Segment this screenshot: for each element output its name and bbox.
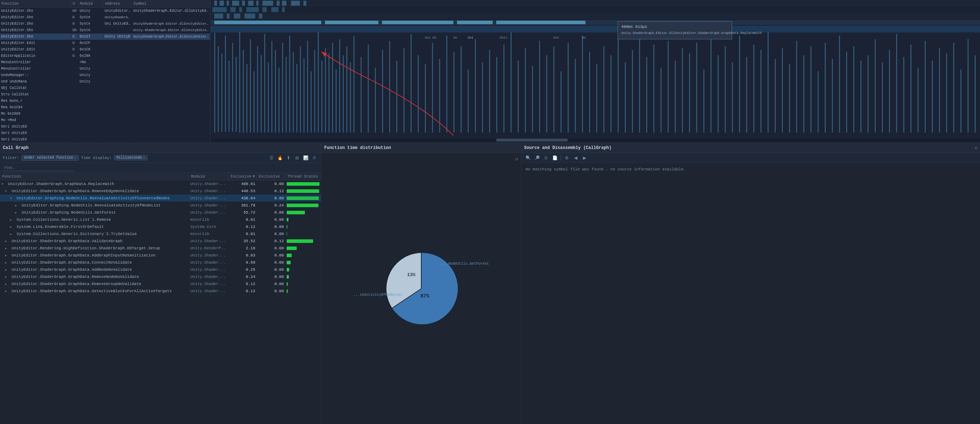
- time-display-dropdown[interactable]: Milliseconds ▼: [114, 155, 148, 160]
- cg-row-8[interactable]: ▶ UnityEditor.ShaderGraph.GraphData.Vali…: [0, 238, 321, 245]
- nav-back-btn[interactable]: ◀: [571, 154, 579, 162]
- cg-row-11[interactable]: ▶ UnityEditor.ShaderGraph.GraphData.Conn…: [0, 259, 321, 266]
- flame-row[interactable]: UnityEditor.ShoUnUnityUnityEditor.Graphi…: [0, 8, 210, 14]
- flame-row[interactable]: UndoManager::Unity: [0, 72, 210, 78]
- flame-row[interactable]: Mo <Mod: [0, 117, 210, 124]
- flame-row[interactable]: Seri UnityEd: [0, 124, 210, 130]
- flame-row[interactable]: Seri UnityEd: [0, 130, 210, 137]
- svg-rect-13: [262, 1, 273, 6]
- svg-rect-150: [882, 62, 883, 133]
- source-title: Source and Disassembly (CallGraph) ⊡: [521, 143, 980, 153]
- cg-row-2-selected[interactable]: ▼ UnityEditor.Graphing.NodeUtils.Reevalu…: [0, 194, 321, 202]
- cg-row-0[interactable]: ▼ UnityEditor.ShaderGraph.GraphData.Repl…: [0, 180, 321, 188]
- filter-label: Filter:: [3, 156, 19, 160]
- flame-row[interactable]: UnityEditor.ShoUSysteUni UnityEditor.Uni…: [0, 21, 210, 27]
- filter-tag[interactable]: Under selected function ✕: [21, 155, 79, 161]
- source-toolbar: 🔍 🔎 ⎘ 📄 ⚙ ◀ ▶: [521, 153, 980, 163]
- cg-row-3[interactable]: ▶ UnityEditor.Graphing.NodeUtils.Reevalu…: [0, 202, 321, 209]
- cg-exc-15: 0.00: [257, 289, 285, 293]
- filter-tag-close[interactable]: ✕: [74, 156, 76, 160]
- cg-mod-3: Unity.Shader...: [189, 203, 228, 208]
- cg-row-7[interactable]: ▶ System.Collections.Generic.Dictionary`…: [0, 230, 321, 238]
- call-graph-title-bar: Call Graph: [0, 143, 321, 153]
- svg-rect-72: [339, 39, 340, 132]
- cg-inc-8: 35.52: [228, 239, 257, 244]
- distribution-title: Function time distribution: [321, 143, 521, 153]
- flame-row[interactable]: Res mono_r: [0, 98, 210, 104]
- svg-rect-152: [896, 34, 897, 132]
- call-graph-title: Call Graph: [3, 145, 29, 150]
- cg-row-14[interactable]: ▶ UnityEditor.ShaderGraph.GraphData.Remo…: [0, 281, 321, 287]
- svg-rect-105: [560, 72, 562, 133]
- cg-row-1[interactable]: ▼ UnityEditor.ShaderGraph.GraphData.Remo…: [0, 188, 321, 194]
- distribution-panel: Function time distribution ↺ ...teActivi…: [321, 143, 521, 424]
- svg-rect-33: [382, 21, 453, 24]
- svg-text:87%: 87%: [420, 293, 430, 299]
- settings-btn[interactable]: ⚙: [563, 154, 571, 162]
- dist-refresh-icon[interactable]: ↺: [515, 156, 518, 162]
- flame-row[interactable]: Mo 0x2869: [0, 111, 210, 117]
- svg-rect-25: [214, 14, 223, 19]
- cg-fn-8: ▶ UnityEditor.ShaderGraph.GraphData.Vali…: [0, 239, 189, 244]
- copy-btn[interactable]: ⎘: [542, 154, 550, 162]
- cg-row-9[interactable]: ▶ UnityEditor.Rendering.HighDefinition.S…: [0, 245, 321, 252]
- table-icon-btn[interactable]: ⊞: [293, 154, 301, 162]
- cg-fn-6: ▶ System.Linq.Enumerable.FirstOrDefault: [0, 224, 189, 230]
- flame-row[interactable]: MenuController<Mo: [0, 59, 210, 66]
- open-file-btn[interactable]: 📄: [551, 154, 559, 162]
- flame-row[interactable]: UnityEditor.EditU0x1C8: [0, 46, 210, 53]
- refresh-icon-btn[interactable]: ↺: [310, 154, 318, 162]
- search-input[interactable]: [3, 164, 74, 171]
- flame-visualization[interactable]: 480ms 613μs Unity.ShaderGraph.Editor.dll…: [211, 0, 980, 142]
- cg-row-4[interactable]: ▶ UnityEditor.Graphing.NodeUtils.GetFore…: [0, 209, 321, 216]
- cg-exc-8: 0.12: [257, 239, 285, 244]
- cg-row-5[interactable]: ▶ System.Collections.Generic.List`1.Remo…: [0, 216, 321, 223]
- source-title-text: Source and Disassembly (CallGraph): [524, 145, 612, 150]
- export-icon-btn[interactable]: ⬆: [285, 154, 293, 162]
- flame-row[interactable]: UnityEditor.ShoUnSysteUnity.ShaderGraph.…: [0, 27, 210, 33]
- flame-row[interactable]: MenuControllerUnity: [0, 66, 210, 72]
- svg-rect-141: [818, 72, 819, 133]
- zoom-in-btn[interactable]: 🔎: [533, 154, 541, 162]
- search-row: [0, 163, 321, 172]
- tree-arrow-14: ▶: [5, 282, 9, 286]
- cg-row-13[interactable]: ▶ UnityEditor.ShaderGraph.GraphData.Remo…: [0, 273, 321, 281]
- cg-row-15[interactable]: ▶ UnityEditor.ShaderGraph.GraphData.GetA…: [0, 287, 321, 295]
- svg-rect-133: [760, 50, 762, 132]
- flame-row[interactable]: Obj CallStat: [0, 85, 210, 91]
- svg-rect-66: [318, 32, 319, 132]
- svg-rect-97: [503, 45, 504, 132]
- cg-fn-1: ▼ UnityEditor.ShaderGraph.GraphData.Remo…: [0, 189, 189, 194]
- svg-text:Uni: Uni: [554, 36, 559, 40]
- nav-forward-btn[interactable]: ▶: [581, 154, 589, 162]
- collapse-icon[interactable]: ⊡: [975, 146, 977, 150]
- cg-row-12[interactable]: ▶ UnityEditor.ShaderGraph.GraphData.AddN…: [0, 266, 321, 273]
- flame-row[interactable]: Rea 0x1C84: [0, 104, 210, 111]
- cg-mod-8: Unity.Shader...: [189, 239, 228, 244]
- flame-col-addr-header: Address: [103, 1, 132, 6]
- cg-inc-14: 0.12: [228, 282, 257, 287]
- svg-rect-136: [782, 48, 783, 132]
- flame-row[interactable]: Und UndoManaUnity: [0, 78, 210, 85]
- cg-inc-15: 0.12: [228, 289, 257, 293]
- list-icon-btn[interactable]: ☰: [267, 154, 275, 162]
- flame-row[interactable]: UnityEditor.EditU0x1CF: [0, 40, 210, 46]
- svg-rect-77: [361, 57, 362, 132]
- pie-label-left: ...teActivityOfNodeList: [353, 293, 403, 297]
- flame-icon-btn[interactable]: 🔥: [276, 154, 284, 162]
- cg-inc-6: 0.12: [228, 224, 257, 230]
- flame-row[interactable]: Stru CallStat: [0, 91, 210, 98]
- flame-row-selected[interactable]: UnityEditor.ShoU0x127Unity UnityEUnitySh…: [0, 33, 210, 40]
- flame-row[interactable]: UnityEditor.ShoUSysteUnityShaderGraph.Ed…: [0, 14, 210, 21]
- svg-rect-95: [489, 50, 490, 132]
- cg-exc-5: 0.00: [257, 217, 285, 222]
- svg-rect-42: [232, 43, 233, 132]
- flame-row[interactable]: EditorApplicatioU0x286: [0, 53, 210, 59]
- svg-rect-71: [336, 70, 337, 133]
- chart-icon-btn[interactable]: 📊: [302, 154, 310, 162]
- cg-row-10[interactable]: ▶ UnityEditor.ShaderGraph.GraphData.AddG…: [0, 252, 321, 259]
- flame-row[interactable]: Seri UnityEd: [0, 137, 210, 142]
- zoom-out-btn[interactable]: 🔍: [524, 154, 532, 162]
- cg-row-6[interactable]: ▶ System.Linq.Enumerable.FirstOrDefault …: [0, 223, 321, 230]
- svg-rect-22: [262, 7, 267, 12]
